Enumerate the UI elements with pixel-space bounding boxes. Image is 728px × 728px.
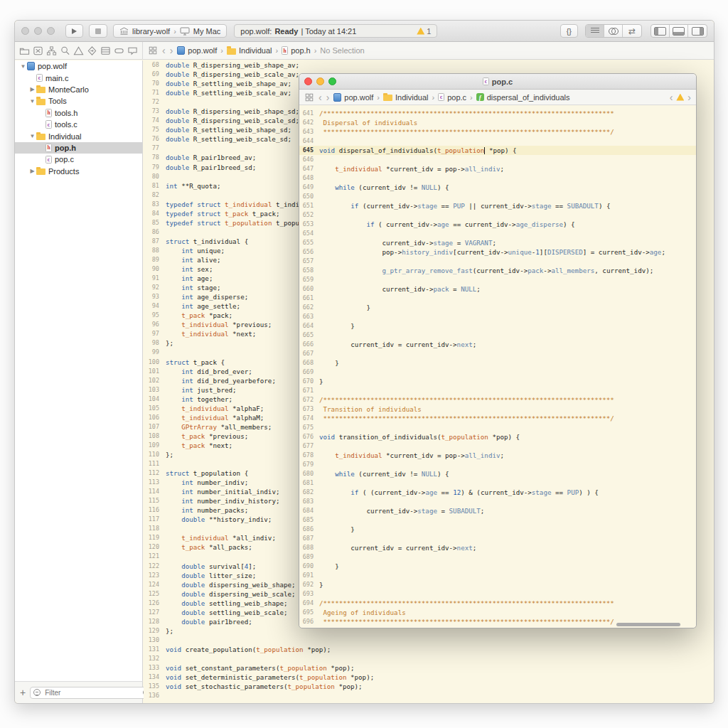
line-number[interactable]: 111 xyxy=(144,459,166,469)
line-number[interactable]: 101 xyxy=(144,367,166,376)
line-number[interactable]: 664 xyxy=(299,321,319,331)
line-number[interactable]: 78 xyxy=(144,153,166,162)
line-number[interactable]: 674 xyxy=(299,414,319,423)
issue-badge[interactable]: 1 xyxy=(417,27,431,36)
line-number[interactable]: 116 xyxy=(144,505,166,515)
line-number[interactable]: 643 xyxy=(299,127,319,136)
line-number[interactable]: 106 xyxy=(144,413,166,422)
line-number[interactable]: 81 xyxy=(144,181,166,191)
line-number[interactable]: 659 xyxy=(299,275,319,284)
code-line[interactable]: 675 xyxy=(299,423,696,432)
line-number[interactable]: 122 xyxy=(144,562,166,571)
disclosure-triangle[interactable]: ▶ xyxy=(28,86,36,92)
line-number[interactable]: 125 xyxy=(144,589,166,599)
line-number[interactable]: 646 xyxy=(299,155,319,164)
line-number[interactable]: 680 xyxy=(299,469,319,478)
find-navigator-icon[interactable] xyxy=(60,46,70,56)
code-line[interactable]: 661 xyxy=(299,294,696,303)
line-number[interactable]: 692 xyxy=(299,580,319,589)
breadcrumb-item[interactable]: fdispersal_of_individuals xyxy=(476,93,570,102)
breadcrumb-item[interactable]: hpop.h xyxy=(282,46,311,55)
code-line[interactable]: 658 g_ptr_array_remove_fast(current_idv-… xyxy=(299,266,696,275)
line-number[interactable]: 85 xyxy=(144,218,166,228)
line-number[interactable]: 95 xyxy=(144,311,166,320)
breadcrumb-item[interactable]: pop.wolf xyxy=(333,93,373,102)
filter-input[interactable] xyxy=(43,688,140,697)
assistant-editor-button[interactable] xyxy=(604,25,623,37)
code-line[interactable]: 667 xyxy=(299,349,696,358)
popup-zoom-button[interactable] xyxy=(328,77,336,85)
code-line[interactable]: 676void transition_of_individuals(t_popu… xyxy=(299,432,696,441)
code-line[interactable]: 649 while (current_idv != NULL) { xyxy=(299,183,696,192)
code-line[interactable]: 646 xyxy=(299,155,696,164)
line-number[interactable]: 128 xyxy=(144,617,166,626)
line-number[interactable]: 660 xyxy=(299,284,319,294)
test-navigator-icon[interactable] xyxy=(87,46,97,56)
code-line[interactable]: 653 if ( current_idv->age == current_idv… xyxy=(299,220,696,229)
code-line[interactable]: 663 xyxy=(299,312,696,321)
code-line[interactable]: 641/************************************… xyxy=(299,109,696,118)
line-number[interactable]: 77 xyxy=(144,144,166,153)
code-line[interactable]: 678 t_individual *current_idv = pop->all… xyxy=(299,451,696,460)
minimize-window-button[interactable] xyxy=(34,27,42,35)
line-number[interactable]: 685 xyxy=(299,515,319,525)
line-number[interactable]: 642 xyxy=(299,118,319,127)
code-line[interactable]: 664 } xyxy=(299,321,696,331)
code-line[interactable]: 656 pop->history_indiv[current_idv->uniq… xyxy=(299,247,696,257)
line-number[interactable]: 88 xyxy=(144,246,166,255)
line-number[interactable]: 72 xyxy=(144,97,166,107)
line-number[interactable]: 645 xyxy=(299,146,319,155)
line-number[interactable]: 669 xyxy=(299,368,319,377)
line-number[interactable]: 650 xyxy=(299,192,319,201)
source-editor-pop-c[interactable]: 640641/*********************************… xyxy=(299,106,696,628)
line-number[interactable]: 102 xyxy=(144,376,166,385)
line-number[interactable]: 675 xyxy=(299,423,319,432)
line-number[interactable]: 695 xyxy=(299,608,319,617)
line-number[interactable]: 80 xyxy=(144,172,166,181)
line-number[interactable]: 97 xyxy=(144,329,166,338)
zoom-window-button[interactable] xyxy=(47,27,55,35)
line-number[interactable]: 655 xyxy=(299,238,319,247)
related-items-icon[interactable] xyxy=(148,46,158,55)
line-number[interactable]: 671 xyxy=(299,386,319,395)
line-number[interactable]: 662 xyxy=(299,303,319,312)
line-number[interactable]: 126 xyxy=(144,599,166,608)
close-window-button[interactable] xyxy=(21,27,29,35)
line-number[interactable]: 651 xyxy=(299,201,319,210)
line-number[interactable]: 647 xyxy=(299,164,319,173)
code-line[interactable]: 647 t_individual *current_idv = pop->all… xyxy=(299,164,696,173)
sidebar-item-pop.c[interactable]: cpop.c xyxy=(15,154,142,165)
code-line[interactable]: 134void set_deterministic_parameters(t_p… xyxy=(144,673,714,682)
line-number[interactable]: 129 xyxy=(144,626,166,636)
version-editor-button[interactable]: ⇄ xyxy=(623,25,641,37)
code-line[interactable]: 651 if (current_idv->stage == PUP || cur… xyxy=(299,201,696,210)
line-number[interactable]: 118 xyxy=(144,524,166,533)
popup-titlebar[interactable]: c pop.c xyxy=(299,74,696,90)
sidebar-item-tools.h[interactable]: htools.h xyxy=(15,107,142,119)
sidebar-item-MonteCarlo[interactable]: ▶MonteCarlo xyxy=(15,84,142,95)
code-line[interactable]: 133void set_constant_parameters(t_popula… xyxy=(144,663,714,673)
line-number[interactable]: 667 xyxy=(299,349,319,358)
code-line[interactable]: 652 xyxy=(299,210,696,220)
line-number[interactable]: 677 xyxy=(299,441,319,451)
project-navigator-icon[interactable] xyxy=(19,46,30,56)
line-number[interactable]: 127 xyxy=(144,608,166,617)
line-number[interactable]: 87 xyxy=(144,237,166,246)
symbol-navigator-icon[interactable] xyxy=(46,46,57,56)
run-button[interactable] xyxy=(65,24,83,38)
line-number[interactable]: 123 xyxy=(144,571,166,580)
code-line[interactable]: 670} xyxy=(299,377,696,386)
code-line[interactable]: 130 xyxy=(144,636,714,645)
report-navigator-icon[interactable] xyxy=(127,46,138,56)
code-line[interactable]: 644 xyxy=(299,136,696,146)
code-line[interactable]: 655 current_idv->stage = VAGRANT; xyxy=(299,238,696,247)
line-number[interactable]: 124 xyxy=(144,580,166,589)
sidebar-item-Products[interactable]: ▶Products xyxy=(15,166,142,177)
line-number[interactable]: 693 xyxy=(299,589,319,599)
line-number[interactable]: 670 xyxy=(299,377,319,386)
debug-navigator-icon[interactable] xyxy=(100,46,111,56)
line-number[interactable]: 110 xyxy=(144,450,166,459)
line-number[interactable]: 663 xyxy=(299,312,319,321)
breadcrumb-item[interactable]: Individual xyxy=(227,46,272,55)
popup-close-button[interactable] xyxy=(304,77,312,85)
